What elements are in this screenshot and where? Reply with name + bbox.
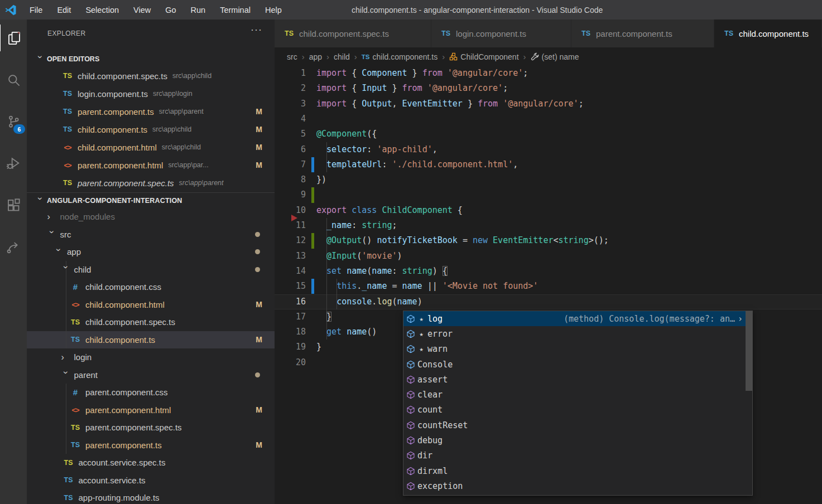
project-section-header[interactable]: › ANGULAR-COMPONENT-INTERACTION — [27, 192, 275, 209]
line-number[interactable]: 14 — [275, 264, 306, 279]
more-actions-button[interactable]: ··· — [251, 24, 262, 36]
line-number[interactable]: 16 — [275, 294, 306, 309]
code-line[interactable]: 13 @Input('movie') — [275, 249, 822, 264]
tab-child.component.spec.ts[interactable]: TSchild.component.spec.ts — [275, 20, 431, 47]
tree-item-login[interactable]: ›login — [27, 348, 275, 366]
breadcrumb-item-(set) name[interactable]: (set) name — [531, 52, 579, 61]
code-line[interactable]: 4 — [275, 112, 822, 127]
activity-explorer[interactable] — [0, 25, 27, 51]
open-editor-item[interactable]: TSchild.component.spec.tssrc\app\child — [27, 67, 275, 85]
code-line[interactable]: 8}) — [275, 172, 822, 187]
tree-item-parent[interactable]: ›parent — [27, 366, 275, 384]
line-number[interactable]: 20 — [275, 355, 306, 370]
line-number[interactable]: 10 — [275, 203, 306, 218]
line-number[interactable]: 9 — [275, 187, 306, 202]
line-number[interactable]: 5 — [275, 127, 306, 142]
code-line[interactable]: 1import { Component } from '@angular/cor… — [275, 66, 822, 81]
line-number[interactable]: 1 — [275, 66, 306, 81]
line-number[interactable]: 17 — [275, 309, 306, 324]
menu-edit[interactable]: Edit — [50, 0, 78, 20]
code-line[interactable]: 9 — [275, 187, 822, 202]
open-editors-header[interactable]: › OPEN EDITORS — [27, 51, 275, 67]
tree-item-account.service.ts[interactable]: TSaccount.service.ts — [27, 472, 275, 490]
tree-item-child.component.html[interactable]: <>child.component.htmlM — [27, 296, 275, 314]
line-number[interactable]: 11 — [275, 218, 306, 233]
open-editor-item[interactable]: TSparent.component.tssrc\app\parentM — [27, 103, 275, 120]
line-number[interactable]: 6 — [275, 142, 306, 157]
breadcrumb-item-child[interactable]: child — [334, 52, 350, 61]
code-line[interactable]: 16 console.log(name) — [275, 294, 822, 309]
code-line[interactable]: 6 selector: 'app-child', — [275, 142, 822, 157]
code-line[interactable]: 12 @Output() notifyTicketBook = new Even… — [275, 233, 822, 248]
tree-item-parent.component.spec.ts[interactable]: TSparent.component.spec.ts — [27, 419, 275, 437]
tree-item-app[interactable]: ›app — [27, 243, 275, 261]
activity-source-control[interactable]: 6 — [0, 108, 27, 135]
menu-terminal[interactable]: Terminal — [213, 0, 258, 20]
suggest-item-Console[interactable]: Console — [403, 357, 752, 372]
code-line[interactable]: 7 templateUrl: './child.component.html', — [275, 157, 822, 172]
open-editor-item[interactable]: TSparent.component.spec.tssrc\app\parent — [27, 174, 275, 192]
menu-help[interactable]: Help — [258, 0, 289, 20]
line-number[interactable]: 15 — [275, 279, 306, 294]
code-line[interactable]: 10export class ChildComponent { — [275, 203, 822, 218]
tree-item-parent.component.html[interactable]: <>parent.component.htmlM — [27, 401, 275, 419]
code-editor[interactable]: 1import { Component } from '@angular/cor… — [275, 66, 822, 504]
tree-item-account.service.spec.ts[interactable]: TSaccount.service.spec.ts — [27, 454, 275, 472]
line-number[interactable]: 3 — [275, 96, 306, 112]
breadcrumb-item-src[interactable]: src — [287, 52, 297, 61]
line-number[interactable]: 19 — [275, 340, 306, 355]
suggest-item-exception[interactable]: exception — [403, 478, 752, 493]
menu-view[interactable]: View — [126, 0, 158, 20]
open-editor-item[interactable]: TSlogin.component.tssrc\app\login — [27, 85, 275, 103]
menu-selection[interactable]: Selection — [78, 0, 126, 20]
code-line[interactable]: 14 set name(name: string) { — [275, 264, 822, 279]
tab-parent.component.ts[interactable]: TSparent.component.ts — [571, 20, 714, 47]
suggest-item-error[interactable]: ★error — [403, 326, 752, 341]
tree-item-src[interactable]: ›src — [27, 226, 275, 244]
suggest-item-warn[interactable]: ★warn — [403, 342, 752, 357]
suggest-item-count[interactable]: count — [403, 403, 752, 418]
tree-item-child[interactable]: ›child — [27, 261, 275, 279]
menu-run[interactable]: Run — [184, 0, 213, 20]
line-number[interactable]: 7 — [275, 157, 306, 172]
tree-item-app-routing.module.ts[interactable]: TSapp-routing.module.ts — [27, 489, 275, 504]
suggest-item-dirxml[interactable]: dirxml — [403, 463, 752, 478]
expand-details-icon[interactable]: › — [736, 314, 744, 324]
suggest-item-log[interactable]: ★log(method) Console.log(message?: an…› — [403, 311, 752, 326]
tab-child.component.ts[interactable]: TSchild.component.ts — [714, 20, 822, 47]
menu-go[interactable]: Go — [158, 0, 183, 20]
tree-item-parent.component.css[interactable]: #parent.component.css — [27, 384, 275, 401]
code-line[interactable]: 2import { Input } from '@angular/core'; — [275, 81, 822, 96]
suggest-item-dir[interactable]: dir — [403, 448, 752, 463]
line-number[interactable]: 18 — [275, 324, 306, 340]
activity-search[interactable] — [0, 66, 27, 93]
line-number[interactable]: 2 — [275, 81, 306, 96]
breadcrumb-item-ChildComponent[interactable]: ChildComponent — [449, 52, 518, 61]
line-number[interactable]: 13 — [275, 249, 306, 264]
tab-login.component.ts[interactable]: TSlogin.component.ts — [431, 20, 571, 47]
open-editor-item[interactable]: TSchild.component.tssrc\app\childM — [27, 120, 275, 138]
line-number[interactable]: 12 — [275, 233, 306, 248]
tree-item-child.component.ts[interactable]: TSchild.component.tsM — [27, 331, 275, 349]
tree-item-child.component.css[interactable]: #child.component.css — [27, 278, 275, 296]
breadcrumb-item-app[interactable]: app — [309, 52, 322, 61]
open-editor-item[interactable]: <>parent.component.htmlsrc\app\par...M — [27, 156, 275, 174]
suggest-item-countReset[interactable]: countReset — [403, 418, 752, 433]
line-number[interactable]: 8 — [275, 172, 306, 187]
activity-extensions[interactable] — [0, 192, 27, 219]
suggest-item-debug[interactable]: debug — [403, 433, 752, 448]
tree-item-child.component.spec.ts[interactable]: TSchild.component.spec.ts — [27, 313, 275, 331]
menu-file[interactable]: File — [22, 0, 50, 20]
suggest-item-clear[interactable]: clear — [403, 387, 752, 402]
tree-item-parent.component.ts[interactable]: TSparent.component.tsM — [27, 437, 275, 454]
line-number[interactable]: 4 — [275, 112, 306, 127]
popup-scrollbar[interactable] — [746, 311, 752, 391]
activity-run-debug[interactable] — [0, 150, 27, 177]
suggest-item-assert[interactable]: assert — [403, 372, 752, 387]
breadcrumb-item-child.component.ts[interactable]: TSchild.component.ts — [362, 52, 438, 61]
open-editor-item[interactable]: <>child.component.htmlsrc\app\childM — [27, 138, 275, 156]
code-line[interactable]: 5@Component({ — [275, 127, 822, 142]
code-line[interactable]: 3import { Output, EventEmitter } from '@… — [275, 96, 822, 112]
code-line[interactable]: 15 this._name = name || '<Movie not foun… — [275, 279, 822, 294]
tree-item-node_modules[interactable]: ›node_modules — [27, 208, 275, 226]
